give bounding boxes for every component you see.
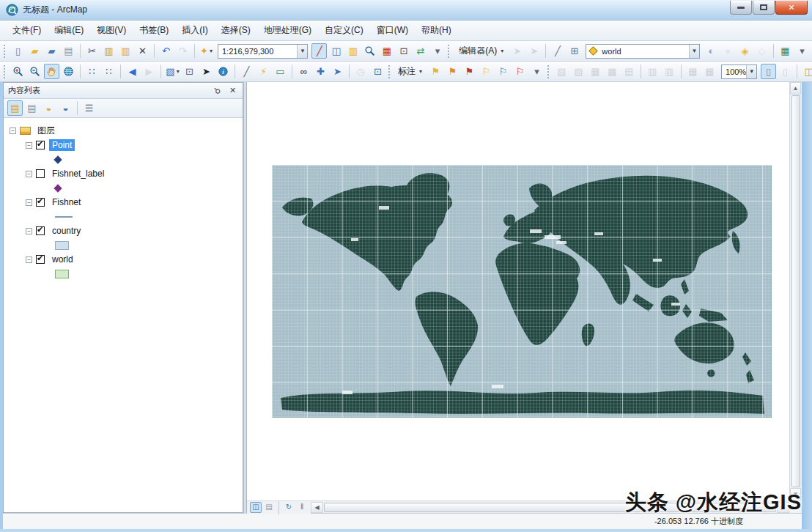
map-document-area[interactable]: ▲ ▼ ◫▤↻‖ ◀ ▶	[246, 82, 802, 513]
toolbar-grip[interactable]	[547, 65, 550, 78]
cut-icon[interactable]: ✂	[84, 43, 100, 59]
label-manager-icon[interactable]: ⚑	[428, 64, 443, 79]
layer-visibility-checkbox[interactable]	[36, 226, 45, 235]
layer-name[interactable]: Fishnet_label	[49, 168, 107, 180]
menu-geoprocessing[interactable]: 地理处理(G)	[257, 21, 318, 40]
paste-icon[interactable]: ▥	[118, 43, 133, 59]
labeling-toolbar-overflow-icon[interactable]: ▾	[529, 64, 545, 79]
layout-view-button-icon[interactable]: ▤	[263, 502, 275, 513]
select-elements-icon[interactable]: ➤	[199, 64, 214, 79]
layer-expander-icon[interactable]: −	[26, 256, 32, 263]
html-popup-icon[interactable]: ▭	[273, 64, 288, 79]
create-features-circle-icon[interactable]: ◐	[704, 43, 719, 59]
menu-edit[interactable]: 编辑(E)	[48, 21, 90, 40]
zoom-in-icon[interactable]	[10, 64, 26, 79]
layer-symbol-fill[interactable]	[55, 241, 69, 250]
zoom-percent-dropdown-icon[interactable]: ▼	[746, 65, 756, 78]
edit-tool-icon[interactable]: ╱	[311, 43, 327, 59]
undo-icon[interactable]: ↶	[158, 43, 174, 59]
print-icon[interactable]: ▤	[61, 43, 76, 59]
catalog-window-icon[interactable]: ▥	[345, 43, 361, 59]
editor-toolbar-grip[interactable]	[448, 45, 451, 58]
menu-window[interactable]: 窗口(W)	[370, 21, 415, 40]
layer-symbol-fill[interactable]	[55, 270, 69, 278]
layer-symbol-line[interactable]	[55, 216, 73, 218]
list-by-selection-icon[interactable]: ◒	[58, 100, 73, 116]
minimize-button[interactable]	[730, 1, 752, 15]
menu-view[interactable]: 视图(V)	[90, 21, 133, 40]
edit-vertices-tool-icon[interactable]: ⊞	[566, 43, 582, 59]
new-map-file-icon[interactable]: ▯	[10, 43, 26, 59]
layer-name[interactable]: Point	[49, 139, 75, 151]
map-scale-combo[interactable]: 1:216,979,300 ▼	[218, 44, 308, 59]
labeling-menu-button[interactable]: 标注 ▾	[393, 63, 427, 80]
list-by-drawing-order-icon[interactable]: ▤	[7, 100, 23, 116]
pause-drawing-page-icon[interactable]: ▯	[761, 64, 776, 79]
data-frame-lock-icon[interactable]: ◫	[801, 64, 812, 79]
search-window-icon[interactable]	[362, 43, 377, 59]
toc-options-icon[interactable]: ☰	[81, 100, 97, 116]
copy-icon[interactable]: ▥	[101, 43, 117, 59]
label-weight-ranking-icon[interactable]: ⚑	[462, 64, 477, 79]
layer-name[interactable]: country	[49, 225, 84, 237]
list-by-source-icon[interactable]: ▤	[24, 100, 40, 116]
vertical-scroll-thumb[interactable]	[791, 95, 800, 487]
toc-close-button[interactable]: ✕	[227, 86, 238, 95]
layer-name[interactable]: world	[49, 254, 76, 265]
close-button[interactable]: ✕	[775, 1, 808, 15]
create-viewer-window-icon[interactable]: ⊡	[370, 64, 385, 79]
toolbar-grip[interactable]	[4, 65, 7, 78]
map-scale-dropdown-icon[interactable]: ▼	[297, 45, 307, 58]
arctoolbox-window-icon[interactable]: ▦	[379, 43, 394, 59]
pan-icon[interactable]	[44, 64, 59, 79]
go-back-extent-icon[interactable]: ◀	[125, 64, 140, 79]
scroll-up-icon[interactable]: ▲	[790, 82, 801, 95]
fixed-zoom-out-icon[interactable]: ∷	[101, 64, 117, 79]
attributes-table-icon[interactable]: ▦	[778, 43, 793, 59]
layer-visibility-checkbox[interactable]	[36, 141, 45, 149]
menu-bookmarks[interactable]: 书签(B)	[133, 21, 175, 40]
go-to-xy-icon[interactable]: ➤	[330, 64, 345, 79]
menu-customize[interactable]: 自定义(C)	[318, 21, 370, 40]
snapping-icon[interactable]: ◈	[737, 43, 753, 59]
toc-pin-button[interactable]: ⚲	[212, 86, 223, 95]
target-layer-dropdown-icon[interactable]: ▼	[689, 45, 699, 58]
scroll-left-icon[interactable]: ◀	[311, 502, 323, 513]
pause-drawing-button-icon[interactable]: ‖	[296, 502, 308, 513]
maximize-button[interactable]	[753, 1, 775, 15]
label-priority-ranking-icon[interactable]: ⚑	[445, 64, 460, 79]
find-icon[interactable]: ∞	[296, 64, 311, 79]
layer-expander-icon[interactable]: −	[26, 171, 32, 177]
view-unplaced-labels-icon[interactable]: ⚐	[495, 64, 511, 79]
editor-toolbar-overflow-icon[interactable]: ▾	[794, 43, 810, 59]
delete-icon[interactable]: ✕	[135, 43, 150, 59]
open-project-icon[interactable]: ▰	[27, 43, 43, 59]
layers-group-label[interactable]: 图层	[34, 124, 58, 138]
menu-insert[interactable]: 插入(I)	[175, 21, 214, 40]
layer-expander-icon[interactable]: −	[26, 228, 32, 234]
fixed-zoom-in-icon[interactable]: ∷	[84, 64, 100, 79]
layer-symbol-diamond[interactable]	[53, 184, 62, 192]
select-features-icon[interactable]: ▧▾	[165, 64, 180, 79]
layer-expander-icon[interactable]: −	[26, 199, 32, 206]
save-project-icon[interactable]: ▰	[44, 43, 59, 59]
measure-icon[interactable]: ╱	[239, 64, 254, 79]
layer-visibility-checkbox[interactable]	[36, 255, 45, 264]
python-window-icon[interactable]: ⊡	[396, 43, 411, 59]
data-view-button-icon[interactable]: ◫	[250, 502, 262, 513]
menu-help[interactable]: 帮助(H)	[415, 21, 458, 40]
identify-icon[interactable]: i	[215, 64, 231, 79]
layer-expander-icon[interactable]: −	[26, 142, 32, 149]
map-canvas[interactable]	[272, 165, 772, 418]
clear-selected-features-icon[interactable]: ⊡	[182, 64, 197, 79]
labeling-toolbar-grip[interactable]	[388, 65, 390, 78]
hyperlink-icon[interactable]: ⚡	[256, 64, 271, 79]
zoom-percent-combo[interactable]: 100% ▼	[721, 64, 757, 79]
find-route-icon[interactable]: ✚	[313, 64, 328, 79]
create-line-tool-icon[interactable]: ╱	[550, 43, 565, 59]
pause-labeling-icon[interactable]: ⚐	[512, 64, 528, 79]
editor-menu-button[interactable]: 编辑器(A) ▾	[454, 43, 509, 59]
target-layer-combo[interactable]: world ▼	[586, 44, 700, 59]
add-data-icon[interactable]: ✦▾	[199, 43, 214, 59]
standard-toolbar-overflow-icon[interactable]: ▾	[429, 43, 445, 59]
